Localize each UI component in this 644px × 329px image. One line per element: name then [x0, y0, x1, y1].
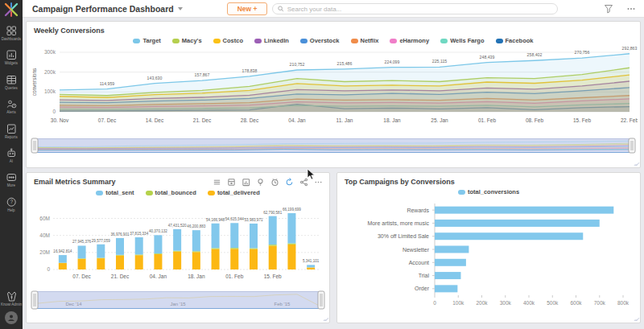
sidebar-item-label: AI	[10, 159, 13, 163]
svg-text:292,863: 292,863	[622, 46, 638, 51]
more-icon[interactable]	[314, 178, 323, 187]
svg-text:60M: 60M	[39, 216, 50, 221]
sidebar-item-widgets[interactable]: Widgets	[0, 50, 23, 65]
svg-text:143,630: 143,630	[147, 76, 163, 80]
svg-text:200k: 200k	[44, 69, 56, 75]
svg-text:18. Jan: 18. Jan	[188, 273, 205, 279]
legend-swatch	[254, 39, 262, 43]
svg-text:11. Jan: 11. Jan	[336, 117, 353, 123]
svg-text:53,983,971: 53,983,971	[245, 218, 263, 222]
email-range-navigator[interactable]: Dec '14Jan '15Feb '15	[29, 290, 327, 310]
search-bar[interactable]	[272, 3, 558, 14]
svg-text:30% off Limited Sale: 30% off Limited Sale	[378, 233, 429, 239]
legend-swatch	[440, 39, 448, 43]
svg-text:04. Jan: 04. Jan	[150, 273, 167, 279]
email-metrics-chart[interactable]: 020M40M60M16,942,81427,945,37629,577,059…	[29, 197, 327, 290]
resize-handle[interactable]	[634, 162, 639, 166]
legend-label: Netflix	[361, 37, 379, 44]
svg-text:16,942,814: 16,942,814	[53, 249, 72, 253]
search-input[interactable]	[287, 6, 552, 13]
widgets-icon	[6, 50, 17, 60]
svg-text:258,402: 258,402	[527, 52, 543, 57]
sidebar-item-dashboards[interactable]: Dashboards	[0, 26, 23, 41]
legend-item-netflix[interactable]: Netflix	[351, 37, 379, 44]
legend-item-macy-s[interactable]: Macy's	[172, 37, 202, 44]
sidebar-item-label: Dashboards	[2, 37, 21, 41]
svg-text:400k: 400k	[523, 300, 535, 306]
legend-item-total-delivered[interactable]: total_delivered	[208, 189, 260, 196]
svg-text:29,577,059: 29,577,059	[92, 239, 110, 243]
top-campaigns-chart[interactable]: RewardsMore artists, more music30% off L…	[340, 197, 638, 316]
topbar: Campaign Performance Dashboard New +	[23, 0, 644, 18]
new-button[interactable]: New +	[227, 2, 268, 15]
svg-text:300k: 300k	[500, 300, 512, 306]
sidebar-item-knowi-admin[interactable]: Knowi Admin	[0, 291, 23, 306]
legend-item-costco[interactable]: Costco	[213, 37, 243, 44]
sidebar-item-alerts[interactable]: Alerts	[0, 99, 23, 114]
resize-handle[interactable]	[634, 318, 639, 321]
legend-item-target[interactable]: Target	[133, 37, 160, 44]
legend-item-total-sent[interactable]: total_sent	[96, 189, 134, 196]
panel-title: Weekly Conversions	[27, 22, 640, 35]
filter-icon[interactable]	[604, 4, 613, 14]
legend-label: total_delivered	[217, 189, 260, 196]
search-icon	[278, 6, 284, 12]
svg-text:15. Feb: 15. Feb	[573, 117, 591, 123]
svg-text:600k: 600k	[570, 300, 582, 306]
legend-item-total-bounced[interactable]: total_bounced	[146, 189, 196, 196]
svg-text:Trial: Trial	[419, 273, 430, 278]
sidebar-item-queries[interactable]: Queries	[0, 75, 23, 90]
email-legend: total_senttotal_bouncedtotal_delivered	[27, 189, 329, 196]
legend-item-wells-fargo[interactable]: Wells Fargo	[440, 37, 484, 44]
sidebar-item-label: More	[7, 183, 15, 187]
legend-swatch	[458, 190, 465, 195]
svg-text:21. Dec: 21. Dec	[193, 117, 212, 123]
dashboards-icon	[6, 26, 17, 36]
legend-swatch	[390, 39, 397, 43]
legend-label: Target	[142, 37, 160, 44]
weekly-conversions-chart[interactable]: 0100k200k300kconversions30. Nov07. Dec14…	[29, 46, 638, 136]
legend-label: total_sent	[105, 189, 134, 196]
panel-title: Top Campaigns by Conversions	[337, 173, 640, 186]
knowi-logo[interactable]	[3, 2, 19, 18]
sidebar-item-label: Alerts	[6, 110, 16, 114]
legend-label: total_conversions	[468, 188, 519, 195]
svg-text:248,439: 248,439	[480, 55, 495, 60]
svg-text:Feb '15: Feb '15	[275, 302, 291, 306]
legend-item-total-conversions[interactable]: total_conversions	[458, 188, 519, 195]
svg-text:07. Dec: 07. Dec	[98, 117, 117, 123]
share-icon[interactable]	[299, 178, 308, 187]
resize-handle[interactable]	[323, 318, 328, 321]
svg-text:07. Dec: 07. Dec	[72, 273, 91, 279]
panel-email-metrics: Email Metrics Summary total_senttotal_bo…	[26, 172, 330, 323]
sidebar-item-ai[interactable]: AI	[0, 148, 23, 163]
menu-icon[interactable]	[213, 178, 221, 187]
sidebar-item-more[interactable]: More	[0, 172, 23, 187]
admin-vest-icon	[6, 291, 17, 302]
svg-text:30. Nov: 30. Nov	[51, 117, 69, 123]
legend-item-overstock[interactable]: Overstock	[300, 37, 340, 44]
sidebar-item-help[interactable]: ?Help	[0, 197, 23, 212]
history-clock-icon[interactable]	[270, 178, 279, 187]
legend-item-linkedin[interactable]: LinkedIn	[254, 37, 289, 44]
refresh-icon[interactable]	[285, 178, 294, 187]
svg-text:0: 0	[52, 109, 56, 114]
weekly-range-navigator[interactable]	[29, 138, 638, 154]
dashboard-canvas: Weekly Conversions TargetMacy'sCostcoLin…	[23, 18, 644, 329]
bar-chart-icon[interactable]	[242, 178, 250, 187]
more-icon[interactable]	[626, 4, 636, 14]
bulb-icon[interactable]	[256, 178, 265, 187]
legend-item-eharmony[interactable]: eHarmony	[390, 37, 429, 44]
sidebar-item-label: Widgets	[5, 61, 18, 65]
svg-text:225,115: 225,115	[432, 59, 447, 64]
svg-text:36,976,901: 36,976,901	[111, 232, 130, 236]
legend-item-facebook[interactable]: Facebook	[496, 37, 534, 44]
svg-text:66,199,699: 66,199,699	[283, 208, 301, 212]
sidebar-item-reports[interactable]: Reports	[0, 124, 23, 139]
legend-swatch	[351, 39, 358, 43]
chevron-down-icon[interactable]	[178, 7, 183, 10]
user-avatar[interactable]	[5, 311, 18, 324]
svg-text:Newsletter: Newsletter	[402, 247, 430, 253]
export-table-icon[interactable]	[227, 178, 236, 187]
svg-text:37,815,334: 37,815,334	[130, 232, 148, 236]
